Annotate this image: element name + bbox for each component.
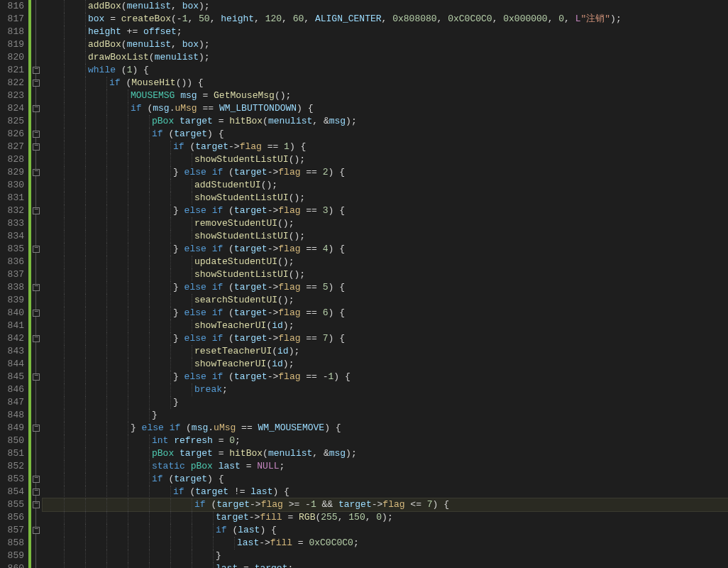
fold-toggle-icon[interactable]: [31, 204, 41, 217]
fold-toggle-icon[interactable]: [31, 166, 41, 179]
fold-toggle-icon[interactable]: [31, 281, 41, 294]
code-line[interactable]: if (target->flag >= -1 && target->flag <…: [43, 498, 728, 511]
code-line[interactable]: last = target;: [43, 562, 728, 568]
code-line[interactable]: while (1) {: [43, 64, 728, 77]
code-line[interactable]: showStudentListUI();: [43, 268, 728, 281]
fold-toggle-icon[interactable]: [31, 243, 41, 256]
token-op: ->: [228, 141, 240, 152]
token-op: ) {: [433, 499, 449, 510]
token-va: WM_LBUTTONDOWN: [219, 103, 297, 114]
fold-toggle-icon[interactable]: [31, 102, 41, 115]
code-line[interactable]: } else if (target->flag == -1) {: [43, 371, 728, 383]
code-line[interactable]: addStudentUI();: [43, 179, 728, 192]
token-op: }: [216, 550, 221, 561]
code-line[interactable]: }: [43, 409, 728, 422]
code-line[interactable]: addBox(menulist, box);: [43, 0, 728, 13]
code-line[interactable]: if (target->flag == 1) {: [43, 141, 728, 153]
code-line[interactable]: if (target) {: [43, 128, 728, 141]
code-line[interactable]: } else if (msg.uMsg == WM_MOUSEMOVE) {: [43, 422, 728, 435]
line-number: 817: [7, 13, 24, 26]
code-line[interactable]: addBox(menulist, box);: [43, 38, 728, 51]
token-op: (: [263, 116, 268, 126]
fold-guide: [31, 256, 41, 268]
code-line[interactable]: resetTeacherUI(id);: [43, 345, 728, 358]
code-line[interactable]: showStudentListUI();: [43, 192, 728, 204]
token-nu: 5: [323, 282, 329, 293]
fold-toggle-icon[interactable]: [31, 422, 41, 435]
token-op: ;: [280, 461, 285, 471]
code-line[interactable]: } else if (target->flag == 2) {: [43, 166, 728, 179]
fold-toggle-icon[interactable]: [31, 371, 41, 383]
token-op: ) {: [132, 65, 148, 75]
code-line[interactable]: } else if (target->flag == 4) {: [43, 243, 728, 256]
code-line[interactable]: break;: [43, 383, 728, 396]
code-line[interactable]: showTeacherUI(id);: [43, 320, 728, 332]
token-va: target: [234, 282, 268, 293]
token-nu: 1: [311, 499, 316, 510]
code-line[interactable]: box = createBox(-1, 50, height, 120, 60,…: [43, 13, 728, 26]
token-op: ();: [289, 192, 305, 203]
token-op: =: [197, 90, 214, 101]
code-line[interactable]: if (target != last) {: [43, 486, 728, 498]
token-op: ==: [301, 205, 323, 216]
code-line[interactable]: target->fill = RGB(255, 150, 0);: [43, 511, 728, 524]
fold-toggle-icon[interactable]: [31, 524, 41, 537]
code-line[interactable]: pBox target = hitBox(menulist, &msg);: [43, 447, 728, 460]
token-fn: addBox: [88, 39, 121, 50]
code-line[interactable]: if (target) {: [43, 473, 728, 486]
code-line[interactable]: searchStudentUI();: [43, 294, 728, 307]
code-line[interactable]: }: [43, 550, 728, 562]
fold-toggle-icon[interactable]: [31, 77, 41, 89]
code-line[interactable]: height += offset;: [43, 26, 728, 38]
code-text: updateStudentUI();: [43, 256, 294, 267]
code-line[interactable]: } else if (target->flag == 6) {: [43, 307, 728, 320]
token-op: ;: [222, 384, 228, 395]
fold-toggle-icon[interactable]: [31, 141, 41, 153]
code-editor[interactable]: 8168178188198208218228238248258268278288…: [0, 0, 728, 568]
code-text: } else if (target->flag == 2) {: [43, 167, 345, 178]
code-line[interactable]: } else if (target->flag == 3) {: [43, 204, 728, 217]
code-line[interactable]: static pBox last = NULL;: [43, 460, 728, 473]
code-line[interactable]: showTeacherUI(id);: [43, 358, 728, 371]
code-line[interactable]: pBox target = hitBox(menulist, &msg);: [43, 115, 728, 128]
fold-gutter[interactable]: [31, 0, 41, 568]
code-area[interactable]: addBox(menulist, box);box = createBox(-1…: [41, 0, 728, 568]
token-op: .: [208, 422, 214, 433]
fold-toggle-icon[interactable]: [31, 486, 41, 498]
token-mem: flag: [278, 371, 300, 382]
code-line[interactable]: if (msg.uMsg == WM_LBUTTONDOWN) {: [43, 102, 728, 115]
fold-toggle-icon[interactable]: [31, 332, 41, 345]
token-op: }: [173, 371, 184, 382]
fold-toggle-icon[interactable]: [31, 307, 41, 320]
code-line[interactable]: }: [43, 396, 728, 409]
token-op: (: [163, 129, 175, 139]
code-line[interactable]: updateStudentUI();: [43, 256, 728, 268]
token-op: ,: [338, 512, 349, 523]
code-line[interactable]: last->fill = 0xC0C0C0;: [43, 537, 728, 550]
code-line[interactable]: if (MouseHit()) {: [43, 77, 728, 89]
token-op: ->: [268, 167, 279, 178]
token-op: (: [223, 244, 234, 254]
token-kw: if: [109, 77, 121, 88]
fold-toggle-icon[interactable]: [31, 128, 41, 141]
fold-toggle-icon[interactable]: [31, 64, 41, 77]
token-op: [206, 205, 212, 216]
code-line[interactable]: } else if (target->flag == 7) {: [43, 332, 728, 345]
fold-toggle-icon[interactable]: [31, 498, 41, 511]
code-line[interactable]: } else if (target->flag == 5) {: [43, 281, 728, 294]
token-fn: MouseHit: [131, 77, 175, 88]
fold-toggle-icon[interactable]: [31, 473, 41, 486]
code-line[interactable]: showStudentListUI();: [43, 153, 728, 166]
token-op: ->: [268, 371, 279, 382]
code-line[interactable]: removeStudentUI();: [43, 217, 728, 230]
code-line[interactable]: if (last) {: [43, 524, 728, 537]
token-op: , &: [312, 116, 329, 126]
code-line[interactable]: drawBoxList(menulist);: [43, 51, 728, 64]
code-line[interactable]: int refresh = 0;: [43, 435, 728, 447]
code-line[interactable]: showStudentListUI();: [43, 230, 728, 243]
token-kw: else: [184, 167, 206, 178]
token-op: ) {: [333, 371, 350, 382]
code-line[interactable]: MOUSEMSG msg = GetMouseMsg();: [43, 89, 728, 102]
token-op: );: [382, 512, 393, 523]
token-op: ();: [261, 180, 277, 190]
